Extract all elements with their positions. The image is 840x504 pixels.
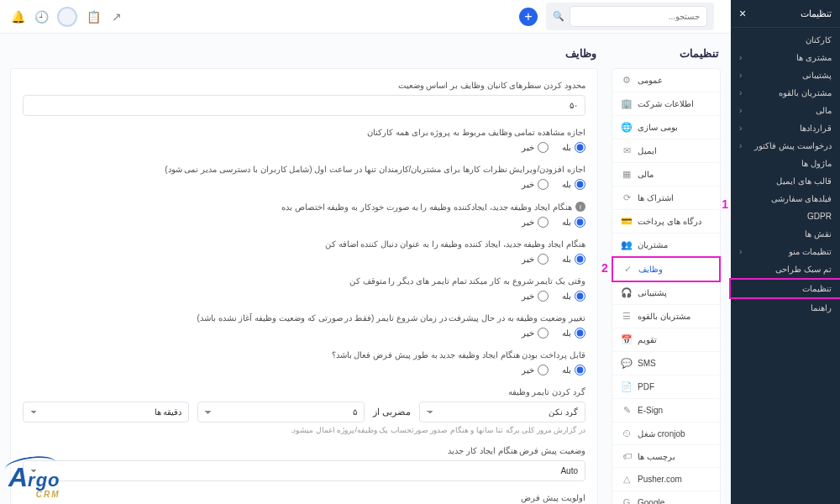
drawer-item[interactable]: تم سبک طراحی	[731, 260, 840, 278]
settings-nav-item[interactable]: برچسب ها🏷	[612, 445, 720, 468]
settings-nav-item[interactable]: تقویم📅	[612, 328, 720, 352]
add-button[interactable]: +	[519, 8, 538, 26]
q5-yes[interactable]: بله	[562, 291, 585, 302]
drawer-item[interactable]: راهنما	[731, 299, 840, 317]
drawer-item[interactable]: نقش ها	[731, 225, 840, 243]
round-mode-select[interactable]: گرد نکن	[419, 402, 585, 423]
drawer-item-label: درخواست پیش فاکتور	[754, 141, 832, 150]
settings-nav-icon: ✉	[621, 145, 633, 156]
auto-assign-creator-label: iهنگام ایجاد وظیفه جدید، ایجادکننده وظیف…	[23, 202, 585, 212]
round-value-select[interactable]: ۵	[197, 402, 364, 423]
q1-no[interactable]: خیر	[522, 142, 549, 153]
settings-nav-item[interactable]: مشتریان👥	[612, 234, 720, 257]
drawer-item[interactable]: تنظیمات	[729, 278, 840, 299]
q3-no[interactable]: خیر	[522, 217, 549, 228]
drawer-item[interactable]: مشتری ها‹	[731, 49, 840, 66]
default-status-label: وضعیت پیش فرض هنگام ایجاد کار جدید	[23, 446, 585, 455]
drawer-item[interactable]: کارکنان	[731, 31, 840, 49]
settings-nav-label: برچسب ها	[638, 452, 675, 461]
settings-nav-label: E-Sign	[638, 406, 663, 415]
settings-nav-item[interactable]: GoogleG	[612, 491, 720, 504]
q7-no[interactable]: خیر	[522, 365, 549, 375]
search-icon[interactable]: 🔍	[553, 11, 564, 22]
q4-no[interactable]: خیر	[522, 254, 549, 265]
drawer-item-label: تم سبک طراحی	[775, 265, 832, 274]
billable-default-label: قابل پرداخت بودن هنگام ایجاد وظیفه جدید …	[23, 350, 585, 360]
timer-set-inprogress-label: تغییر وضعیت وظیفه به در حال پیشرفت در زم…	[23, 313, 585, 323]
round-unit-select[interactable]: دقیقه ها	[23, 402, 189, 423]
settings-nav-item[interactable]: PDF📄	[612, 375, 720, 399]
settings-nav-item[interactable]: SMS💬	[612, 352, 720, 375]
q6-no[interactable]: خیر	[522, 328, 549, 339]
kanban-limit-label: محدود کردن سطرهای کانبان وظایف بر اساس و…	[23, 81, 585, 90]
settings-nav-icon: ▦	[621, 169, 633, 180]
q5-no[interactable]: خیر	[522, 291, 549, 302]
settings-nav-item[interactable]: مشتریان بالقوه☰	[612, 305, 720, 328]
settings-nav-label: پشتیبانی	[638, 288, 667, 297]
drawer-item[interactable]: تنظیمات منو‹	[731, 243, 840, 260]
settings-nav-item[interactable]: عمومی⚙	[612, 69, 720, 92]
drawer-title: تنظیمات	[801, 8, 832, 19]
drawer-item[interactable]: قراردادها‹	[731, 119, 840, 137]
avatar[interactable]	[57, 7, 77, 27]
bell-icon[interactable]: 🔔	[10, 9, 25, 24]
drawer-item-label: نقش ها	[805, 229, 832, 239]
drawer-item[interactable]: مالی‹	[731, 102, 840, 119]
settings-nav-item[interactable]: پشتیبانی🎧	[612, 281, 720, 305]
q6-yes[interactable]: بله	[562, 328, 585, 339]
drawer-item-label: قراردادها	[800, 123, 832, 133]
settings-nav-item[interactable]: ایمیل✉	[612, 139, 720, 163]
drawer-item[interactable]: مشتریان بالقوه‹	[731, 84, 840, 102]
settings-nav-icon: 🏢	[621, 98, 633, 109]
clock-icon[interactable]: 🕘	[34, 9, 49, 24]
settings-drawer: تنظیمات × کارکنانمشتری ها‹پشتیبانی‹مشتری…	[731, 0, 840, 504]
round-timer-label: گرد کردن تایمر وظیفه	[23, 387, 585, 396]
settings-nav-item[interactable]: بومی سازی🌐	[612, 116, 720, 139]
drawer-item-label: مشتریان بالقوه	[779, 88, 832, 97]
settings-nav-item[interactable]: Pusher.com△	[612, 468, 720, 491]
settings-nav-item[interactable]: مالی▦	[612, 163, 720, 186]
settings-nav-item[interactable]: اشتراک ها⟳	[612, 186, 720, 210]
drawer-item[interactable]: قالب های ایمیل	[731, 172, 840, 190]
close-icon[interactable]: ×	[739, 7, 746, 20]
settings-nav-item[interactable]: اطلاعات شرکت🏢	[612, 92, 720, 116]
chevron-left-icon: ‹	[739, 71, 742, 80]
settings-nav-item[interactable]: E-Sign✎	[612, 399, 720, 423]
clipboard-icon[interactable]: 📋	[86, 9, 101, 24]
settings-nav-item[interactable]: cronjob شغل⏲	[612, 423, 720, 445]
settings-nav-item[interactable]: وظایف✓2	[612, 256, 721, 282]
settings-nav-label: ایمیل	[638, 146, 657, 155]
q2-yes[interactable]: بله	[562, 179, 585, 190]
allow-all-staff-label: اجازه مشاهده تمامی وظایف مربوط به پروژه …	[23, 128, 585, 137]
settings-nav-icon: ⏲	[621, 428, 633, 438]
drawer-item[interactable]: پشتیبانی‹	[731, 66, 840, 84]
q4-yes[interactable]: بله	[562, 254, 585, 265]
drawer-item-label: ماژول ها	[801, 159, 832, 168]
drawer-item[interactable]: ماژول ها	[731, 155, 840, 172]
share-icon[interactable]: ↗	[109, 9, 124, 24]
settings-nav-icon: 💬	[621, 358, 633, 369]
drawer-item[interactable]: فیلدهای سفارشی	[731, 190, 840, 207]
default-status-select[interactable]: Auto	[23, 460, 585, 481]
settings-nav-label: بومی سازی	[638, 123, 678, 132]
q7-yes[interactable]: بله	[562, 365, 585, 375]
settings-nav-icon: G	[621, 497, 633, 504]
kanban-limit-input[interactable]	[23, 95, 585, 116]
q1-yes[interactable]: بله	[562, 142, 585, 153]
settings-heading: تنظیمات	[612, 44, 721, 68]
settings-subnav: عمومی⚙اطلاعات شرکت🏢بومی سازی🌐ایمیل✉مالی▦…	[612, 68, 721, 504]
drawer-item-label: مشتری ها	[796, 53, 832, 62]
drawer-item[interactable]: درخواست پیش فاکتور‹	[731, 137, 840, 155]
settings-nav-icon: ✓	[622, 264, 633, 275]
round-hint: در گزارش مرور کلی برگه تنا سانها و هنگام…	[23, 426, 585, 434]
q3-yes[interactable]: بله	[562, 217, 585, 228]
search-input[interactable]	[570, 6, 707, 27]
chevron-left-icon: ‹	[739, 53, 742, 62]
chevron-left-icon: ‹	[739, 247, 742, 256]
drawer-item[interactable]: GDPR	[731, 207, 840, 225]
chevron-left-icon: ‹	[739, 88, 742, 97]
info-icon[interactable]: i	[575, 202, 585, 212]
settings-nav-label: Google	[638, 498, 664, 505]
settings-nav-item[interactable]: درگاه های پرداخت💳	[612, 210, 720, 234]
q2-no[interactable]: خیر	[522, 179, 549, 190]
